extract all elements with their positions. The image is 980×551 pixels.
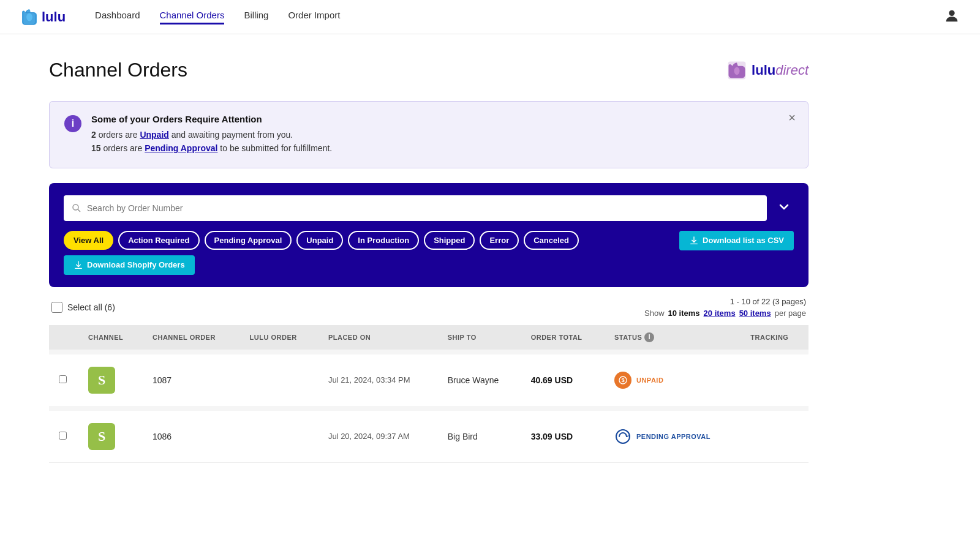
nav-links: Dashboard Channel Orders Billing Order I…	[95, 10, 943, 24]
nav-order-import[interactable]: Order Import	[288, 10, 340, 24]
shopify-channel-icon	[88, 367, 115, 394]
chip-view-all[interactable]: View All	[64, 231, 113, 250]
svg-text:$: $	[621, 377, 625, 383]
select-all[interactable]: Select all (6)	[51, 302, 115, 313]
main-content: Channel Orders luludirect i Some of your…	[0, 34, 858, 487]
row-channel	[78, 352, 143, 408]
shopify-channel-icon	[88, 423, 115, 450]
search-wrapper	[64, 195, 767, 221]
table-row: 1086 Jul 20, 2024, 09:37 AM Big Bird 33.…	[49, 408, 809, 463]
search-row	[64, 195, 794, 221]
download-icon	[689, 236, 699, 246]
chevron-down-icon	[777, 200, 791, 214]
nav-channel-orders[interactable]: Channel Orders	[160, 10, 225, 24]
row-lulu-order	[240, 352, 318, 408]
download-csv-button[interactable]: Download list as CSV	[679, 231, 794, 250]
table-controls: Select all (6) 1 - 10 of 22 (3 pages) Sh…	[49, 297, 809, 318]
row-tracking	[741, 352, 809, 408]
th-lulu-order: LULU ORDER	[240, 325, 318, 352]
th-checkbox	[49, 325, 78, 352]
alert-content: Some of your Orders Require Attention 2 …	[91, 114, 332, 156]
items-10: 10 items	[668, 309, 700, 318]
alert-banner: i Some of your Orders Require Attention …	[49, 101, 809, 168]
status-cell: PENDING APPROVAL	[614, 428, 731, 445]
th-tracking: TRACKING	[741, 325, 809, 352]
svg-point-0	[26, 13, 32, 21]
row-status: PENDING APPROVAL	[605, 408, 741, 463]
row-placed-on: Jul 20, 2024, 09:37 AM	[318, 408, 438, 463]
download-shopify-button[interactable]: Download Shopify Orders	[64, 255, 195, 275]
row-tracking	[741, 408, 809, 463]
filter-chips: View All Action Required Pending Approva…	[64, 231, 794, 275]
chip-unpaid[interactable]: Unpaid	[296, 231, 343, 250]
chip-shipped[interactable]: Shipped	[424, 231, 475, 250]
lulu-direct-logo: luludirect	[726, 59, 809, 81]
row-channel	[78, 408, 143, 463]
row-checkbox-cell	[49, 408, 78, 463]
filter-bar: View All Action Required Pending Approva…	[49, 183, 809, 287]
pagination-info: 1 - 10 of 22 (3 pages) Show 10 items 20 …	[644, 297, 806, 318]
th-ship-to: SHIP TO	[438, 325, 521, 352]
row-ship-to: Big Bird	[438, 408, 521, 463]
th-status: STATUS i	[605, 325, 741, 352]
status-cell: $ UNPAID	[614, 372, 731, 389]
show-label: Show	[644, 309, 665, 318]
items-20-link[interactable]: 20 items	[704, 309, 736, 318]
alert-title: Some of your Orders Require Attention	[91, 114, 332, 124]
unpaid-link[interactable]: Unpaid	[140, 130, 168, 140]
orders-table: CHANNEL CHANNEL ORDER LULU ORDER PLACED …	[49, 325, 809, 463]
logo-text: lulu	[42, 9, 66, 25]
per-page-label: per page	[775, 309, 806, 318]
user-menu[interactable]	[943, 7, 960, 26]
search-input[interactable]	[87, 203, 760, 213]
svg-point-1	[949, 10, 954, 16]
alert-icon: i	[64, 115, 81, 132]
chip-canceled[interactable]: Canceled	[524, 231, 579, 250]
expand-search-button[interactable]	[774, 197, 794, 219]
svg-line-5	[78, 209, 80, 212]
row-order-total: 40.69 USD	[521, 352, 605, 408]
chip-action-required[interactable]: Action Required	[118, 231, 199, 250]
table-body: 1087 Jul 21, 2024, 03:34 PM Bruce Wayne …	[49, 352, 809, 463]
th-order-total: ORDER TOTAL	[521, 325, 605, 352]
status-info-icon[interactable]: i	[644, 332, 654, 342]
logo[interactable]: lulu	[20, 7, 66, 27]
nav-dashboard[interactable]: Dashboard	[95, 10, 140, 24]
row-ship-to: Bruce Wayne	[438, 352, 521, 408]
page-header: Channel Orders luludirect	[49, 59, 809, 81]
th-placed-on: PLACED ON	[318, 325, 438, 352]
show-row: Show 10 items 20 items 50 items per page	[644, 309, 806, 318]
chip-pending-approval[interactable]: Pending Approval	[205, 231, 292, 250]
svg-point-3	[734, 67, 740, 75]
status-label-pending: PENDING APPROVAL	[636, 433, 710, 440]
row-checkbox[interactable]	[59, 432, 67, 440]
select-all-label: Select all (6)	[67, 302, 115, 312]
status-icon-pending	[614, 428, 631, 445]
select-all-checkbox[interactable]	[51, 302, 62, 313]
row-checkbox[interactable]	[59, 375, 67, 383]
pending-approval-link[interactable]: Pending Approval	[145, 143, 217, 153]
search-icon	[71, 203, 82, 214]
page-title: Channel Orders	[49, 59, 187, 81]
nav-billing[interactable]: Billing	[244, 10, 268, 24]
row-channel-order: 1086	[143, 408, 240, 463]
row-placed-on: Jul 21, 2024, 03:34 PM	[318, 352, 438, 408]
chip-in-production[interactable]: In Production	[348, 231, 419, 250]
row-channel-order: 1087	[143, 352, 240, 408]
alert-close-button[interactable]: ×	[788, 111, 796, 124]
row-checkbox-cell	[49, 352, 78, 408]
download-shopify-icon	[74, 260, 83, 270]
table-row: 1087 Jul 21, 2024, 03:34 PM Bruce Wayne …	[49, 352, 809, 408]
th-channel: CHANNEL	[78, 325, 143, 352]
row-order-total: 33.09 USD	[521, 408, 605, 463]
lulu-direct-text: luludirect	[752, 62, 809, 78]
status-icon-unpaid: $	[614, 372, 631, 389]
items-50-link[interactable]: 50 items	[739, 309, 771, 318]
svg-point-4	[73, 204, 78, 210]
status-label-unpaid: UNPAID	[636, 377, 663, 384]
row-lulu-order	[240, 408, 318, 463]
chip-error[interactable]: Error	[480, 231, 519, 250]
table-header: CHANNEL CHANNEL ORDER LULU ORDER PLACED …	[49, 325, 809, 352]
page-range: 1 - 10 of 22 (3 pages)	[644, 297, 806, 306]
navbar: lulu Dashboard Channel Orders Billing Or…	[0, 0, 980, 34]
